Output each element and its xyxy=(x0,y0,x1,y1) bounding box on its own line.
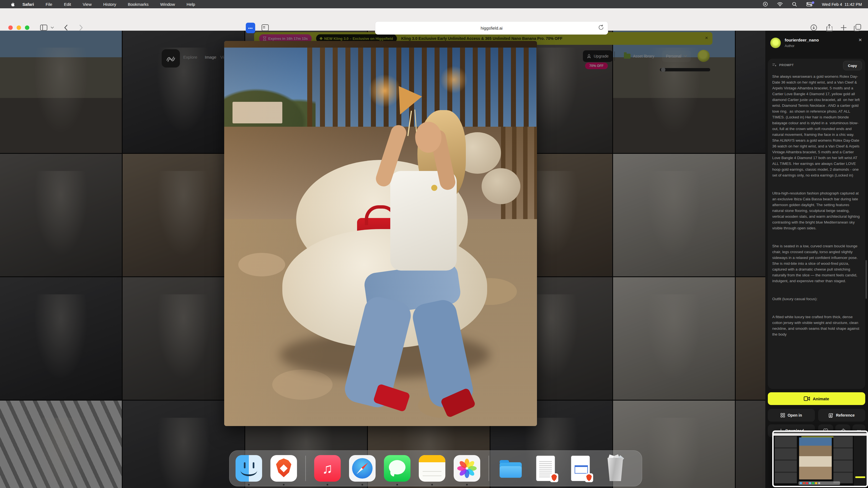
panel-scrollbar[interactable] xyxy=(866,260,867,299)
menu-bookmarks[interactable]: Bookmarks xyxy=(128,2,149,7)
control-center-icon[interactable] xyxy=(806,2,812,6)
password-extension-icon[interactable]: ••• xyxy=(246,23,255,33)
prompt-card: PROMPT Copy She always wearswears a gold… xyxy=(768,59,865,389)
dock-trash[interactable] xyxy=(602,455,628,482)
dock-divider xyxy=(305,456,306,481)
preview-grid xyxy=(833,436,853,483)
dock-finder[interactable] xyxy=(236,455,262,482)
now-playing-icon[interactable] xyxy=(763,2,768,7)
panel-close-icon[interactable]: × xyxy=(859,36,862,43)
menu-clock: Wed Feb 4 11:42 PM xyxy=(822,2,862,7)
tab-overview-icon[interactable] xyxy=(852,22,863,33)
reference-label: Reference xyxy=(836,413,855,418)
animate-button[interactable]: Animate xyxy=(768,392,865,405)
prompt-icon xyxy=(772,63,777,67)
share-icon[interactable] xyxy=(824,22,835,33)
desktop-screen: Expires in 16h 17m 13s NEW Kling 3.0 – E… xyxy=(0,0,868,488)
apple-logo-icon xyxy=(10,2,15,7)
new-tab-icon[interactable] xyxy=(838,22,849,33)
dock-music[interactable]: ♫ xyxy=(314,455,341,482)
preview-sidebar xyxy=(854,436,867,486)
focus-indicator-dot xyxy=(812,1,814,4)
close-window-button[interactable] xyxy=(8,26,13,30)
prompt-text: She always wearswears a gold womens Role… xyxy=(772,73,861,386)
photos-flower-icon xyxy=(456,457,478,480)
screenshot-preview-window[interactable] xyxy=(772,430,868,487)
dock-photos[interactable] xyxy=(454,455,480,482)
menu-file[interactable]: File xyxy=(46,2,52,7)
menu-safari[interactable]: Safari xyxy=(23,2,34,7)
reload-icon[interactable] xyxy=(598,24,604,30)
back-button[interactable] xyxy=(60,22,71,33)
sidebar-toggle-icon[interactable] xyxy=(38,22,49,33)
address-bar[interactable]: higgsfield.ai xyxy=(375,21,608,35)
forward-button[interactable] xyxy=(75,22,86,33)
video-camera-icon xyxy=(804,396,810,401)
preview-grid xyxy=(775,436,797,483)
apple-menu[interactable] xyxy=(10,2,15,7)
preview-animate-button xyxy=(855,476,865,478)
prompt-paragraph: Ultra-high-resolution fashion photograph… xyxy=(772,190,861,231)
reference-icon xyxy=(829,413,833,418)
dock-safari[interactable] xyxy=(349,455,376,482)
minimize-window-button[interactable] xyxy=(17,26,21,30)
prompt-label: PROMPT xyxy=(779,63,794,67)
author-role: Author xyxy=(785,44,795,48)
photo-sunlight-overlay xyxy=(224,41,537,426)
address-bar-url: higgsfield.ai xyxy=(480,26,502,30)
menu-history[interactable]: History xyxy=(103,2,116,7)
animate-label: Animate xyxy=(813,396,829,401)
dock-minimized-document[interactable] xyxy=(567,455,594,482)
dock: ♫ xyxy=(229,450,642,486)
downloads-icon[interactable] xyxy=(808,22,819,33)
author-avatar[interactable] xyxy=(770,38,781,48)
prompt-header: PROMPT xyxy=(772,63,794,67)
chevron-down-icon[interactable] xyxy=(49,22,55,33)
preview-photo xyxy=(799,437,832,480)
page-settings-icon[interactable] xyxy=(259,22,271,33)
menu-edit[interactable]: Edit xyxy=(64,2,71,7)
spotlight-search-icon[interactable] xyxy=(792,2,797,7)
prompt-paragraph: Vintage Alhambra bracelet, 5 motifs and … xyxy=(772,149,861,178)
open-in-label: Open in xyxy=(787,413,802,418)
browser-toolbar: ••• higgsfield.ai xyxy=(0,8,868,31)
prompt-paragraph: Outfit (luxury casual focus): xyxy=(772,296,861,302)
dock-divider xyxy=(489,456,489,481)
menu-window[interactable]: Window xyxy=(160,2,175,7)
reference-button[interactable]: Reference xyxy=(818,409,865,422)
menu-bar: Safari File Edit View History Bookmarks … xyxy=(0,0,868,8)
prompt-paragraph: A fitted white luxury tee crafted from t… xyxy=(772,314,861,337)
photo-modal xyxy=(224,41,537,426)
prompt-paragraph: She is seated in a low, curved cream bou… xyxy=(772,243,861,284)
preview-toolbar xyxy=(774,433,867,436)
dock-minimized-document[interactable] xyxy=(532,455,559,482)
preview-dock xyxy=(799,481,840,485)
menu-help[interactable]: Help xyxy=(187,2,195,7)
dock-downloads-folder[interactable] xyxy=(497,455,524,482)
menu-view[interactable]: View xyxy=(83,2,92,7)
open-in-button[interactable]: Open in xyxy=(768,409,815,422)
dock-messages[interactable] xyxy=(384,455,410,482)
dock-notes[interactable] xyxy=(419,455,445,482)
dock-brave-browser[interactable] xyxy=(271,455,297,482)
author-username: fourierdeer_nano xyxy=(785,38,819,42)
wifi-icon[interactable] xyxy=(777,2,783,6)
prompt-paragraph: She always wearswears a gold womens Role… xyxy=(772,73,861,149)
zoom-window-button[interactable] xyxy=(25,26,29,30)
detail-panel: fourierdeer_nano Author × PROMPT Copy Sh… xyxy=(765,30,868,488)
copy-button[interactable]: Copy xyxy=(843,61,862,70)
open-in-icon xyxy=(780,413,785,418)
